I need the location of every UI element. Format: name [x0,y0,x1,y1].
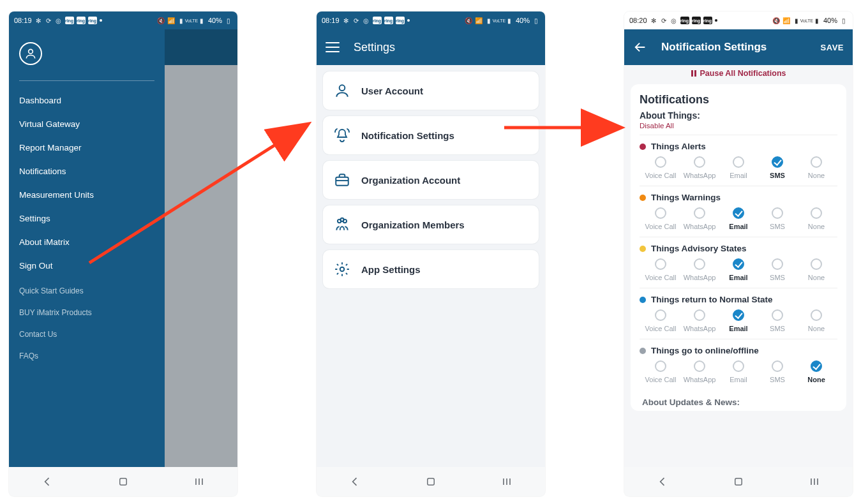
settings-item-user-account[interactable]: User Account [323,71,539,110]
channel-option-whatsapp[interactable]: WhatsApp [681,156,718,179]
channel-option-email[interactable]: Email [720,360,757,383]
channel-option-email[interactable]: Email [720,207,757,230]
settings-item-app-settings[interactable]: App Settings [323,250,539,288]
signal-icon: ▮ [793,17,800,24]
pause-all-notifications-button[interactable]: Pause All Notifications [624,65,853,84]
user-icon [333,82,351,100]
svg-rect-6 [336,177,348,186]
camera-icon: ◎ [670,17,678,24]
dimmed-app-content [165,65,237,467]
channel-option-voice-call[interactable]: Voice Call [642,309,679,332]
battery-text: 40% [208,17,222,24]
channel-option-label: None [807,376,825,383]
drawer-item-virtual-gateway[interactable]: Virtual Gateway [19,112,154,136]
radio-icon [694,309,705,321]
disable-all-button[interactable]: Disable All [640,122,837,130]
drawer-item-report-manager[interactable]: Report Manager [19,136,154,159]
radio-icon [694,156,705,168]
notifications-card: Notifications About Things: Disable All … [631,84,846,411]
menu-button[interactable] [326,42,340,52]
drawer-subitem-buy-imatrix-products[interactable]: BUY iMatrix Products [19,302,154,323]
channel-option-label: WhatsApp [684,274,716,281]
svg-rect-1 [120,478,127,485]
notification-category: Things go to online/offlineVoice CallWha… [640,339,837,390]
channel-option-sms[interactable]: SMS [759,156,796,179]
mute-icon: 🔇 [157,17,165,24]
radio-icon [655,309,666,321]
back-button[interactable] [633,40,647,54]
channel-option-email[interactable]: Email [720,156,757,179]
navigation-drawer: DashboardVirtual GatewayReport ManagerNo… [9,29,165,467]
channel-option-voice-call[interactable]: Voice Call [642,156,679,179]
save-button[interactable]: SAVE [821,43,844,52]
nav-back-button[interactable] [650,475,675,488]
channel-option-label: WhatsApp [684,223,716,230]
nav-back-button[interactable] [342,475,368,488]
category-color-dot-icon [640,348,646,354]
channel-option-label: SMS [770,172,785,179]
app-badge-icon: ring [373,17,382,24]
channel-option-whatsapp[interactable]: WhatsApp [681,207,718,230]
app-badge-icon: ring [88,17,97,24]
radio-icon [733,258,744,270]
channel-option-voice-call[interactable]: Voice Call [642,258,679,281]
channel-option-email[interactable]: Email [720,258,757,281]
bluetooth-off-icon: ✻ [342,17,350,24]
channel-option-none[interactable]: None [798,207,835,230]
profile-avatar-icon[interactable] [19,42,42,65]
signal-icon: ▮ [505,17,513,24]
radio-icon [694,360,705,372]
bell-icon [333,126,351,144]
nav-recents-button[interactable] [494,477,520,487]
radio-icon [772,360,783,372]
radio-icon [772,309,783,321]
drawer-item-about-imatrix[interactable]: About iMatrix [19,230,154,254]
channel-option-sms[interactable]: SMS [759,207,796,230]
channel-option-label: Voice Call [645,325,677,332]
channel-option-none[interactable]: None [798,258,835,281]
channel-option-label: None [808,274,825,281]
more-notifications-icon [407,19,410,22]
channel-option-none[interactable]: None [798,156,835,179]
nav-home-button[interactable] [726,476,751,487]
drawer-subitem-faqs[interactable]: FAQs [19,345,154,367]
app-badge-icon: ring [65,17,74,24]
channel-option-whatsapp[interactable]: WhatsApp [681,258,718,281]
nav-home-button[interactable] [110,476,136,487]
nav-recents-button[interactable] [186,477,212,487]
channel-option-email[interactable]: Email [720,309,757,332]
drawer-item-measurement-units[interactable]: Measurement Units [19,183,154,207]
status-bar: 08:19 ✻ ⟳ ◎ ring ring ring 🔇 📶 ▮ VoLTE ▮… [317,11,545,29]
channel-option-whatsapp[interactable]: WhatsApp [681,360,718,383]
channel-option-none[interactable]: None [798,309,835,332]
drawer-subitem-contact-us[interactable]: Contact Us [19,323,154,345]
channel-option-sms[interactable]: SMS [759,309,796,332]
channel-option-voice-call[interactable]: Voice Call [642,207,679,230]
category-name: Things Warnings [651,193,721,202]
nav-back-button[interactable] [34,475,60,488]
drawer-item-dashboard[interactable]: Dashboard [19,89,154,112]
nav-home-button[interactable] [418,476,444,487]
radio-icon [733,156,744,168]
channel-option-none[interactable]: None [798,360,835,383]
channel-option-label: Email [729,274,747,281]
drawer-item-sign-out[interactable]: Sign Out [19,254,154,278]
drawer-item-settings[interactable]: Settings [19,207,154,230]
drawer-item-notifications[interactable]: Notifications [19,159,154,183]
drawer-subitem-quick-start-guides[interactable]: Quick Start Guides [19,280,154,302]
channel-option-voice-call[interactable]: Voice Call [642,360,679,383]
svg-point-5 [340,85,345,91]
channel-option-whatsapp[interactable]: WhatsApp [681,309,718,332]
app-badge-icon: ring [384,17,393,24]
channel-option-sms[interactable]: SMS [759,258,796,281]
settings-item-organization-members[interactable]: Organization Members [323,205,539,244]
settings-item-organization-account[interactable]: Organization Account [323,161,539,199]
settings-item-notification-settings[interactable]: Notification Settings [323,116,539,154]
channel-option-label: SMS [770,274,785,281]
settings-item-label: Organization Account [361,175,460,186]
channel-option-label: WhatsApp [684,376,716,383]
status-bar: 08:19 ✻ ⟳ ◎ ring ring ring 🔇 📶 ▮ VoLTE ▮… [9,11,237,29]
channel-option-label: None [808,172,825,179]
nav-recents-button[interactable] [802,477,827,487]
channel-option-sms[interactable]: SMS [759,360,796,383]
